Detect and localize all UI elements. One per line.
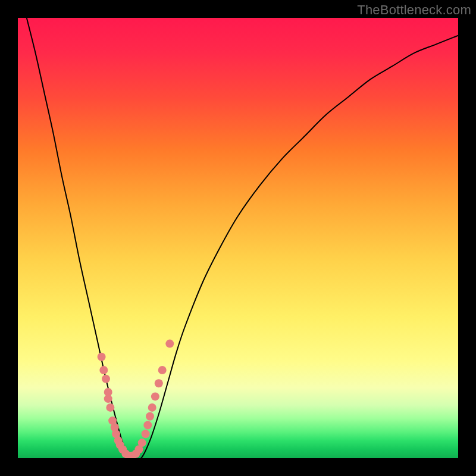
data-markers [98, 340, 174, 458]
watermark-label: TheBottleneck.com [357, 2, 471, 18]
data-marker [142, 430, 150, 438]
data-marker [148, 403, 156, 412]
data-marker [99, 366, 108, 374]
data-marker [98, 353, 106, 361]
data-marker [106, 403, 114, 412]
bottleneck-curve [27, 18, 458, 458]
data-marker [151, 392, 159, 400]
data-marker [146, 412, 154, 421]
plot-area [18, 18, 458, 458]
data-marker [104, 394, 112, 403]
data-marker [155, 379, 163, 387]
data-marker [158, 366, 167, 374]
chart-frame: TheBottleneck.com [0, 0, 476, 476]
data-marker [143, 421, 152, 430]
data-marker [165, 340, 174, 348]
chart-svg [18, 18, 458, 458]
data-marker [102, 375, 110, 383]
data-marker [138, 439, 146, 447]
